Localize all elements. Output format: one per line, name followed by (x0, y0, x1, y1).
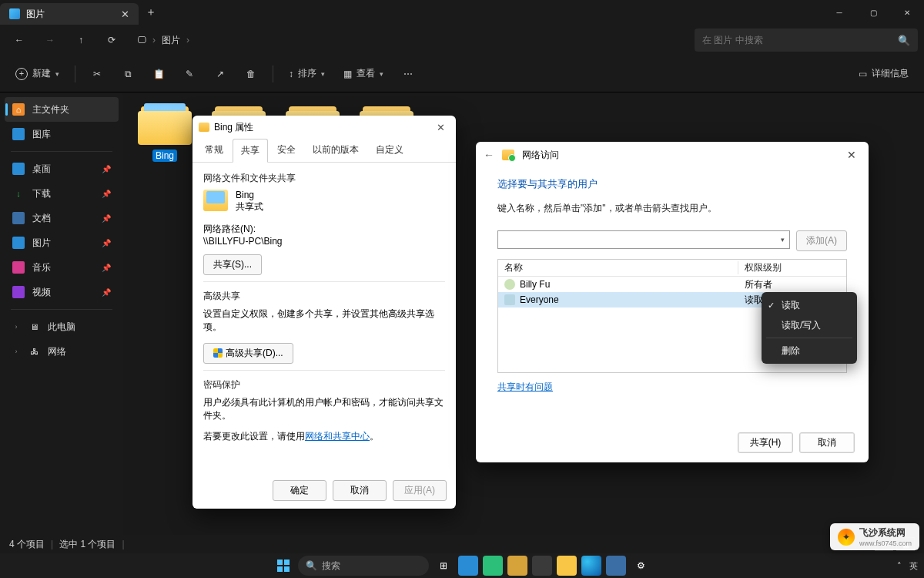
taskbar-store[interactable] (606, 556, 626, 576)
add-button[interactable]: 添加(A) (796, 230, 847, 251)
apply-button[interactable]: 应用(A) (393, 480, 447, 501)
chevron-right-icon[interactable]: › (12, 348, 20, 355)
tab-general[interactable]: 常规 (197, 139, 231, 162)
sidebar-item-thispc[interactable]: › 🖥 此电脑 (5, 314, 119, 339)
search-box[interactable]: 🔍 (695, 29, 918, 52)
share-button[interactable]: ↗ (206, 61, 234, 87)
copy-button[interactable]: ⧉ (114, 61, 142, 87)
delete-button[interactable]: 🗑 (237, 61, 265, 87)
ok-button[interactable]: 确定 (273, 480, 326, 501)
minimize-button[interactable]: ─ (822, 0, 856, 25)
sidebar-item-gallery[interactable]: 图库 (5, 122, 119, 146)
close-button[interactable]: ✕ (842, 146, 861, 164)
new-button[interactable]: + 新建 ▾ (8, 61, 67, 87)
properties-dialog: Bing 属性 ✕ 常规 共享 安全 以前的版本 自定义 网络文件和文件夹共享 … (192, 116, 456, 509)
col-name[interactable]: 名称 (498, 261, 738, 274)
taskbar-app[interactable] (458, 556, 478, 576)
cancel-button[interactable]: 取消 (333, 480, 387, 501)
tab-security[interactable]: 安全 (270, 139, 303, 162)
sidebar-item-documents[interactable]: 文档 📌 (5, 206, 119, 230)
sidebar-item-home[interactable]: ⌂ 主文件夹 (5, 97, 119, 122)
cancel-button[interactable]: 取消 (799, 432, 855, 453)
new-tab-button[interactable]: ＋ (139, 0, 163, 25)
ime-indicator[interactable]: 英 (909, 560, 918, 572)
menu-item-remove[interactable]: 删除 (762, 341, 857, 361)
tab-share[interactable]: 共享 (233, 139, 268, 163)
cut-button[interactable]: ✂ (83, 61, 111, 87)
user-name: Billy Fu (520, 279, 550, 290)
taskbar-app[interactable] (532, 556, 552, 576)
view-button[interactable]: ▦ 查看 ▾ (336, 61, 391, 87)
col-permission[interactable]: 权限级别 (738, 261, 846, 274)
tab-pictures[interactable]: 图片 ✕ (0, 3, 139, 25)
rename-icon: ✎ (186, 69, 193, 79)
view-icon: ▦ (343, 69, 352, 79)
sidebar-item-downloads[interactable]: ↓ 下载 📌 (5, 181, 119, 206)
taskbar-app[interactable] (483, 556, 503, 576)
copy-icon: ⧉ (125, 69, 132, 79)
folder-item-bing[interactable]: Bing (132, 102, 197, 162)
folder-icon (199, 123, 209, 132)
titlebar: 图片 ✕ ＋ ─ ▢ ✕ (0, 0, 924, 25)
paste-button[interactable]: 📋 (145, 61, 172, 87)
taskbar: 🔍 搜索 ⊞ ⚙ ˄ 英 (0, 553, 924, 578)
close-button[interactable]: ✕ (432, 119, 450, 136)
tray-chevron-icon[interactable]: ˄ (897, 561, 902, 571)
dialog-titlebar[interactable]: ← 网络访问 ✕ (476, 142, 869, 168)
taskbar-explorer[interactable] (557, 556, 577, 576)
sort-icon: ↕ (289, 69, 293, 79)
tab-previous-versions[interactable]: 以前的版本 (305, 139, 367, 162)
sidebar-item-videos[interactable]: 视频 📌 (5, 280, 119, 304)
back-button[interactable]: ← (484, 149, 494, 161)
forward-button[interactable]: → (37, 28, 63, 52)
menu-item-read[interactable]: 读取 (762, 295, 857, 315)
advanced-share-button[interactable]: 高级共享(D)... (203, 343, 293, 364)
taskbar-search[interactable]: 🔍 搜索 (298, 556, 429, 576)
up-button[interactable]: ↑ (68, 28, 94, 52)
details-pane-button[interactable]: ▭ 详细信息 (851, 61, 916, 87)
taskbar-settings[interactable]: ⚙ (631, 556, 651, 576)
taskbar-edge[interactable] (581, 556, 601, 576)
shared-folder-icon (502, 150, 514, 160)
group-icon (504, 294, 515, 305)
rename-button[interactable]: ✎ (176, 61, 203, 87)
menu-item-readwrite[interactable]: 读取/写入 (762, 315, 857, 335)
network-center-link[interactable]: 网络和共享中心 (305, 431, 370, 442)
status-bar: 4 个项目 | 选中 1 个项目 | ≡ ▦ (0, 535, 924, 553)
system-tray[interactable]: ˄ 英 (897, 560, 918, 572)
sort-button[interactable]: ↕ 排序 ▾ (281, 61, 333, 87)
gallery-icon (12, 128, 25, 140)
network-path: \\BILLYFU-PC\Bing (203, 236, 445, 247)
tab-custom[interactable]: 自定义 (368, 139, 411, 162)
sidebar-item-music[interactable]: 音乐 📌 (5, 255, 119, 280)
user-combobox[interactable]: ▾ (497, 230, 790, 249)
breadcrumb-item[interactable]: 图片 (162, 34, 180, 47)
back-button[interactable]: ← (6, 28, 32, 52)
breadcrumb[interactable]: 🖵 › 图片 › (129, 34, 197, 47)
sidebar-item-network[interactable]: › 🖧 网络 (5, 339, 119, 364)
chevron-right-icon: › (186, 35, 189, 45)
chevron-right-icon[interactable]: › (12, 323, 20, 331)
close-window-button[interactable]: ✕ (890, 0, 924, 25)
start-button[interactable] (273, 556, 293, 576)
pin-icon: 📌 (102, 264, 111, 272)
maximize-button[interactable]: ▢ (856, 0, 890, 25)
search-icon[interactable]: 🔍 (898, 35, 910, 46)
sidebar-item-label: 桌面 (32, 163, 51, 176)
search-input[interactable] (702, 35, 898, 45)
table-row[interactable]: Billy Fu 所有者 (498, 277, 846, 292)
share-button[interactable]: 共享(S)... (203, 254, 262, 275)
task-view-button[interactable]: ⊞ (434, 556, 454, 576)
dialog-titlebar[interactable]: Bing 属性 ✕ (192, 116, 456, 139)
refresh-button[interactable]: ⟳ (99, 28, 125, 52)
more-button[interactable]: ⋯ (394, 61, 422, 87)
advanced-desc: 设置自定义权限，创建多个共享，并设置其他高级共享选项。 (203, 307, 445, 334)
sharing-help-link[interactable]: 共享时有问题 (497, 381, 553, 394)
share-confirm-button[interactable]: 共享(H) (738, 432, 793, 453)
taskbar-app[interactable] (507, 556, 527, 576)
close-tab-icon[interactable]: ✕ (121, 8, 129, 20)
sidebar-item-desktop[interactable]: 桌面 📌 (5, 156, 119, 181)
sidebar-item-pictures[interactable]: 图片 📌 (5, 230, 119, 255)
details-label: 详细信息 (872, 67, 909, 80)
password-change-line: 若要更改此设置，请使用网络和共享中心。 (203, 430, 445, 443)
